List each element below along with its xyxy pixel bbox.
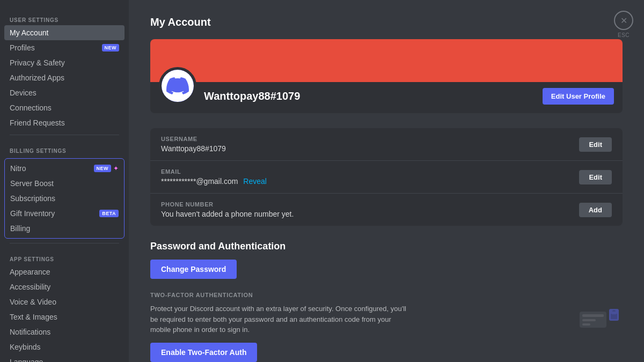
reveal-link[interactable]: Reveal xyxy=(243,177,267,186)
new-badge: NEW xyxy=(102,44,120,51)
sidebar-item-label: Nitro xyxy=(10,164,26,173)
profile-info: Wanttopay88#1079 Edit User Profile xyxy=(150,82,623,113)
star-icon: ✦ xyxy=(113,165,119,172)
username-field: USERNAME Wanttopay88#1079 xyxy=(161,136,226,153)
sidebar-item-label: Friend Requests xyxy=(10,119,65,127)
esc-button[interactable]: ✕ ESC xyxy=(614,11,633,38)
sidebar-item-label: Voice & Video xyxy=(10,298,56,306)
sidebar-item-label: Authorized Apps xyxy=(10,73,64,82)
tfa-illustration xyxy=(574,304,623,336)
nitro-badges: NEW ✦ xyxy=(94,165,119,172)
sidebar-item-appearance[interactable]: Appearance xyxy=(4,264,125,279)
change-password-button[interactable]: Change Password xyxy=(150,260,237,279)
sidebar-item-devices[interactable]: Devices xyxy=(4,85,125,100)
email-edit-button[interactable]: Edit xyxy=(579,170,612,184)
close-icon: ✕ xyxy=(620,16,627,26)
sidebar-item-keybinds[interactable]: Keybinds xyxy=(4,339,125,354)
sidebar-item-language[interactable]: Language xyxy=(4,354,125,362)
username-value: Wanttopay88#1079 xyxy=(161,144,226,153)
esc-label: ESC xyxy=(618,32,630,38)
tfa-header: TWO-FACTOR AUTHENTICATION xyxy=(150,292,623,298)
sidebar-item-voice-video[interactable]: Voice & Video xyxy=(4,294,125,309)
tfa-icon xyxy=(577,306,620,333)
app-settings-header: App Settings xyxy=(4,248,125,264)
sidebar: User Settings My Account Profiles NEW Pr… xyxy=(0,0,129,362)
sidebar-item-label: Server Boost xyxy=(10,179,54,188)
billing-settings-header: Billing Settings xyxy=(4,139,125,156)
phone-value: You haven't added a phone number yet. xyxy=(161,210,294,218)
sidebar-item-authorized-apps[interactable]: Authorized Apps xyxy=(4,70,125,85)
tfa-body: Protect your Discord account with an ext… xyxy=(150,304,623,362)
sidebar-item-label: Privacy & Safety xyxy=(10,58,65,67)
main-content: ✕ ESC My Account Wanttopa xyxy=(129,0,644,362)
enable-tfa-button[interactable]: Enable Two-Factor Auth xyxy=(150,343,257,362)
billing-section: Nitro NEW ✦ Server Boost Subscriptions G… xyxy=(4,158,125,239)
user-settings-header: User Settings xyxy=(4,9,125,25)
sidebar-item-label: Subscriptions xyxy=(10,194,55,203)
svg-rect-2 xyxy=(582,319,596,321)
sidebar-item-label: Connections xyxy=(10,104,52,112)
tfa-text-area: Protect your Discord account with an ext… xyxy=(150,304,408,362)
divider-1 xyxy=(10,135,119,135)
sidebar-item-label: Text & Images xyxy=(10,313,57,321)
divider-2 xyxy=(10,243,119,243)
sidebar-item-privacy-safety[interactable]: Privacy & Safety xyxy=(4,55,125,70)
profile-card: Wanttopay88#1079 Edit User Profile xyxy=(150,39,623,113)
sidebar-item-server-boost[interactable]: Server Boost xyxy=(5,176,124,191)
profile-left: Wanttopay88#1079 xyxy=(159,82,300,105)
svg-rect-5 xyxy=(611,314,617,319)
sidebar-item-notifications[interactable]: Notifications xyxy=(4,324,125,339)
email-value: ************@gmail.com Reveal xyxy=(161,177,267,186)
svg-rect-3 xyxy=(582,323,590,326)
discord-icon xyxy=(166,75,189,97)
sidebar-item-connections[interactable]: Connections xyxy=(4,100,125,115)
sidebar-item-label: Keybinds xyxy=(10,343,41,351)
tfa-section: TWO-FACTOR AUTHENTICATION Protect your D… xyxy=(150,292,623,362)
email-row: EMAIL ************@gmail.com Reveal Edit xyxy=(150,161,623,194)
sidebar-item-label: Gift Inventory xyxy=(10,209,55,218)
username-display: Wanttopay88#1079 xyxy=(204,90,300,102)
sidebar-item-label: Notifications xyxy=(10,328,50,336)
email-masked: ************@gmail.com xyxy=(161,177,238,186)
sidebar-item-gift-inventory[interactable]: Gift Inventory BETA xyxy=(5,206,124,221)
username-label: USERNAME xyxy=(161,136,226,142)
password-section-title: Password and Authentication xyxy=(150,241,623,252)
info-section: USERNAME Wanttopay88#1079 Edit EMAIL ***… xyxy=(150,128,623,226)
sidebar-item-friend-requests[interactable]: Friend Requests xyxy=(4,115,125,130)
new-badge: NEW xyxy=(94,165,112,172)
phone-label: PHONE NUMBER xyxy=(161,201,294,208)
sidebar-item-label: Language xyxy=(10,358,43,362)
edit-profile-button[interactable]: Edit User Profile xyxy=(543,88,614,105)
discord-logo xyxy=(162,70,194,102)
phone-add-button[interactable]: Add xyxy=(579,203,612,217)
sidebar-item-text-images[interactable]: Text & Images xyxy=(4,309,125,324)
svg-rect-1 xyxy=(582,314,604,317)
email-field: EMAIL ************@gmail.com Reveal xyxy=(161,168,267,186)
sidebar-item-nitro[interactable]: Nitro NEW ✦ xyxy=(5,161,124,176)
sidebar-item-label: Accessibility xyxy=(10,283,50,291)
sidebar-item-label: Billing xyxy=(10,224,30,233)
email-label: EMAIL xyxy=(161,168,267,175)
sidebar-item-profiles[interactable]: Profiles NEW xyxy=(4,40,125,55)
profile-banner xyxy=(150,39,623,82)
sidebar-item-accessibility[interactable]: Accessibility xyxy=(4,279,125,294)
username-row: USERNAME Wanttopay88#1079 Edit xyxy=(150,128,623,161)
sidebar-item-billing[interactable]: Billing xyxy=(5,221,124,236)
avatar xyxy=(159,67,196,105)
sidebar-item-subscriptions[interactable]: Subscriptions xyxy=(5,191,124,206)
sidebar-item-my-account[interactable]: My Account xyxy=(4,25,125,40)
page-title: My Account xyxy=(150,16,623,28)
beta-badge: BETA xyxy=(99,210,119,217)
esc-circle: ✕ xyxy=(614,11,633,30)
sidebar-item-label: Devices xyxy=(10,88,36,97)
sidebar-item-label: My Account xyxy=(10,28,48,37)
svg-rect-7 xyxy=(612,312,616,314)
username-edit-button[interactable]: Edit xyxy=(579,137,612,152)
sidebar-item-label: Profiles xyxy=(10,43,35,52)
phone-row: PHONE NUMBER You haven't added a phone n… xyxy=(150,194,623,226)
phone-field: PHONE NUMBER You haven't added a phone n… xyxy=(161,201,294,218)
sidebar-item-label: Appearance xyxy=(10,268,50,276)
tfa-description: Protect your Discord account with an ext… xyxy=(150,304,408,335)
avatar-wrap xyxy=(159,67,196,105)
